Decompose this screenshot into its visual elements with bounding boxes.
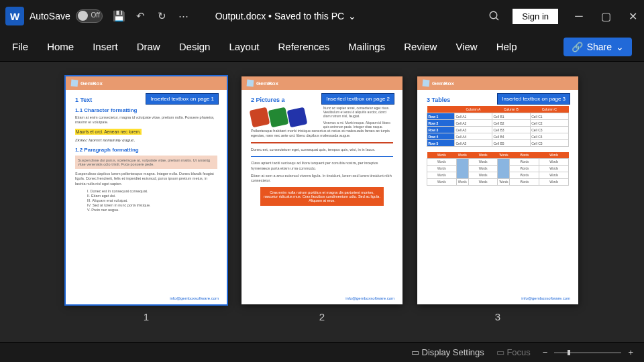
statusbar: ▭ Display Settings ▭ Focus − + bbox=[0, 342, 644, 362]
brand-cube-icon bbox=[423, 80, 430, 87]
maximize-icon[interactable]: ▢ bbox=[600, 10, 612, 22]
heading-1-2: 1.2 Paragraph formatting bbox=[75, 147, 217, 153]
page-header: GemBox bbox=[241, 76, 402, 90]
shaded-paragraph: Suspendisse dui purus, scelerisque at, v… bbox=[75, 156, 217, 169]
dice-image bbox=[251, 109, 319, 126]
signin-button[interactable]: Sign in bbox=[513, 9, 558, 24]
page-header: GemBox bbox=[417, 76, 578, 90]
inserted-textbox: Inserted textbox on page 3 bbox=[497, 93, 570, 105]
chevron-down-icon: ⌄ bbox=[616, 42, 624, 52]
tab-draw[interactable]: Draw bbox=[137, 41, 160, 52]
highlighted-text: Mauris et orci. Aenean nec lorem. bbox=[75, 129, 142, 135]
red-divider bbox=[251, 142, 393, 143]
undo-icon[interactable]: ↶ bbox=[135, 10, 147, 22]
zoom-out-icon[interactable]: − bbox=[543, 347, 548, 357]
redo-icon[interactable]: ↻ bbox=[156, 10, 168, 22]
zoom-slider[interactable] bbox=[554, 352, 621, 353]
autosave-control[interactable]: AutoSave Off bbox=[30, 9, 103, 23]
share-icon: 🔗 bbox=[572, 42, 583, 52]
inserted-textbox: Inserted textbox on page 1 bbox=[146, 93, 219, 105]
tab-file[interactable]: File bbox=[12, 41, 28, 52]
page-footer: info@gemboxsoftware.com bbox=[170, 296, 219, 300]
page-3[interactable]: GemBox Inserted textbox on page 3 3 Tabl… bbox=[417, 76, 578, 304]
customize-qat-icon[interactable]: ⋯ bbox=[178, 10, 190, 22]
tab-design[interactable]: Design bbox=[179, 41, 211, 52]
tab-help[interactable]: Help bbox=[496, 41, 517, 52]
cursive-text: Donec laoreet nonummy augue. bbox=[75, 137, 217, 143]
ribbon-tabs: File Home Insert Draw Design Layout Refe… bbox=[0, 32, 644, 62]
brand-cube-icon bbox=[247, 80, 254, 87]
body-text: Pellentesque habitant morbi tristique se… bbox=[251, 129, 393, 138]
body-text: Etiam at enim consectetur, magna id volu… bbox=[75, 115, 217, 125]
tab-insert[interactable]: Insert bbox=[93, 41, 118, 52]
page-thumbnail-3[interactable]: GemBox Inserted textbox on page 3 3 Tabl… bbox=[417, 76, 578, 322]
search-icon[interactable] bbox=[488, 10, 500, 22]
page-2[interactable]: GemBox Inserted textbox on page 2 2 Pict… bbox=[241, 76, 402, 304]
quick-access-toolbar: 💾 ↶ ↻ ⋯ bbox=[113, 10, 190, 22]
toggle-state: Off bbox=[91, 11, 100, 19]
page-number: 1 bbox=[144, 311, 149, 322]
word-app-icon: W bbox=[5, 7, 24, 25]
tab-home[interactable]: Home bbox=[47, 41, 74, 52]
layout-table: WordsWordsWordsWordsWordsWords WordsWord… bbox=[427, 152, 569, 186]
page-number: 2 bbox=[319, 311, 325, 322]
page-1[interactable]: GemBox Inserted textbox on page 1 1 Text… bbox=[66, 76, 227, 304]
tab-references[interactable]: References bbox=[278, 41, 329, 52]
page-number: 3 bbox=[495, 311, 500, 322]
chevron-down-icon: ⌄ bbox=[348, 11, 356, 21]
page-footer: info@gemboxsoftware.com bbox=[521, 296, 570, 300]
brand-cube-icon bbox=[71, 80, 78, 87]
autosave-label: AutoSave bbox=[30, 11, 70, 21]
blue-divider bbox=[251, 156, 393, 158]
page-footer: info@gemboxsoftware.com bbox=[345, 296, 394, 300]
heading-1-1: 1.1 Character formatting bbox=[75, 107, 217, 113]
inserted-textbox: Inserted textbox on page 2 bbox=[321, 93, 394, 105]
data-table: Column AColumn BColumn C Row 1Cell A1Cel… bbox=[427, 106, 569, 147]
svg-line-1 bbox=[496, 17, 499, 20]
tab-layout[interactable]: Layout bbox=[229, 41, 259, 52]
tab-view[interactable]: View bbox=[455, 41, 477, 52]
roman-list: I. Donec est in consequat consequat. II.… bbox=[75, 189, 217, 212]
toggle-knob bbox=[78, 11, 88, 21]
body-text: Suspendisse dapibus lorem pellentesque m… bbox=[75, 172, 217, 186]
close-icon[interactable]: ✕ bbox=[627, 10, 639, 22]
page-header: GemBox bbox=[66, 76, 227, 90]
tab-mailings[interactable]: Mailings bbox=[348, 41, 385, 52]
save-icon[interactable]: 💾 bbox=[113, 10, 125, 22]
titlebar: W AutoSave Off 💾 ↶ ↻ ⋯ Output.docx • Sav… bbox=[0, 0, 644, 32]
autosave-toggle[interactable]: Off bbox=[76, 9, 103, 23]
zoom-control[interactable]: − + bbox=[543, 347, 633, 357]
display-settings-button[interactable]: ▭ Display Settings bbox=[411, 347, 484, 357]
minimize-icon[interactable]: ─ bbox=[573, 10, 585, 22]
tab-review[interactable]: Review bbox=[404, 41, 437, 52]
page-thumbnail-2[interactable]: GemBox Inserted textbox on page 2 2 Pict… bbox=[241, 76, 402, 322]
focus-button[interactable]: ▭ Focus bbox=[496, 347, 531, 357]
share-button[interactable]: 🔗 Share ⌄ bbox=[564, 38, 632, 56]
document-title[interactable]: Output.docx • Saved to this PC ⌄ bbox=[215, 11, 356, 21]
page-thumbnails-view: GemBox Inserted textbox on page 1 1 Text… bbox=[0, 62, 644, 342]
orange-callout: Cras enim nulla rutrum porttitus et magn… bbox=[260, 187, 384, 206]
zoom-in-icon[interactable]: + bbox=[628, 347, 633, 357]
page-thumbnail-1[interactable]: GemBox Inserted textbox on page 1 1 Text… bbox=[66, 76, 227, 322]
svg-point-0 bbox=[490, 11, 498, 19]
